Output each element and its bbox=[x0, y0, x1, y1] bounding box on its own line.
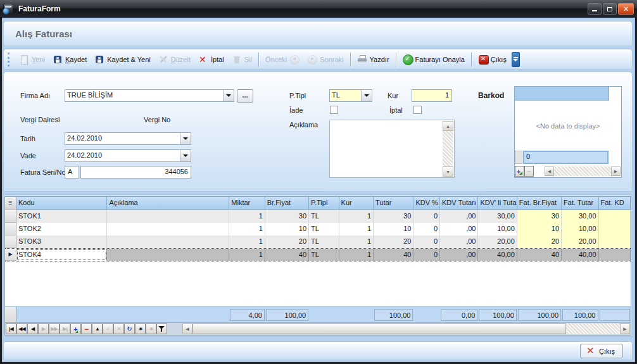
grid-cell[interactable]: 1 bbox=[229, 249, 265, 261]
scrollbar-track[interactable] bbox=[566, 323, 620, 334]
navigator-post-button[interactable]: ✓ bbox=[103, 323, 113, 334]
vertical-scrollbar[interactable]: ▲ ▼ bbox=[443, 121, 453, 177]
grid-cell[interactable]: 20 bbox=[265, 235, 309, 248]
navigator-refresh-button[interactable]: ↻ bbox=[124, 323, 135, 334]
barkod-value-cell[interactable]: 0 bbox=[523, 151, 609, 164]
grid-cell[interactable]: ,00 bbox=[440, 223, 478, 235]
grid-cell[interactable] bbox=[107, 235, 229, 248]
column-header-kdv-tutar-[interactable]: KDV Tutarı bbox=[440, 197, 478, 210]
grid-cell[interactable]: 0 bbox=[413, 249, 440, 261]
iptal-checkbox[interactable] bbox=[413, 106, 422, 114]
navigator-last-button[interactable]: ▶| bbox=[60, 323, 70, 334]
sonraki-button[interactable]: Sonraki bbox=[303, 53, 347, 66]
grid-cell[interactable]: 10 bbox=[374, 223, 413, 235]
grid-cell[interactable] bbox=[107, 249, 229, 261]
minimize-button[interactable] bbox=[588, 3, 602, 15]
kaydet-yeni-button[interactable]: Kaydet & Yeni bbox=[91, 53, 155, 66]
column-header-kodu[interactable]: Kodu bbox=[16, 197, 107, 210]
grid-cell[interactable]: 1 bbox=[339, 235, 374, 248]
grid-cell[interactable]: 40,00 bbox=[562, 249, 598, 261]
navigator-cancel-button[interactable]: ✕ bbox=[113, 323, 124, 334]
chevron-down-icon[interactable] bbox=[223, 90, 234, 101]
grid-cell[interactable]: ,00 bbox=[440, 235, 478, 248]
scroll-down-icon[interactable]: ▼ bbox=[443, 166, 453, 177]
barkod-column-header[interactable] bbox=[515, 87, 609, 101]
firma-adi-combobox[interactable]: TRUE BİLİŞİM bbox=[65, 89, 234, 102]
scroll-right-icon[interactable]: ▶ bbox=[611, 166, 621, 176]
grid-cell[interactable] bbox=[599, 235, 631, 248]
grid-cell[interactable] bbox=[599, 223, 631, 235]
column-header-fat-br-fiyat[interactable]: Fat. Br.Fiyat bbox=[517, 197, 562, 210]
navigator-bookmark-button[interactable]: ∗ bbox=[135, 323, 146, 334]
yazdir-button[interactable]: Yazdır bbox=[353, 53, 393, 66]
navigator-prev-button[interactable]: ◀ bbox=[27, 323, 38, 334]
column-header-tutar[interactable]: Tutar bbox=[374, 197, 413, 210]
column-header-kdv-[interactable]: KDV % bbox=[413, 197, 440, 210]
grid-cell[interactable]: 10,00 bbox=[562, 223, 598, 235]
column-header-a-klama[interactable]: Açıklama bbox=[107, 197, 229, 210]
maximize-button[interactable] bbox=[603, 3, 617, 15]
grid-cell[interactable]: 10 bbox=[517, 223, 562, 235]
grid-cell[interactable] bbox=[599, 249, 631, 261]
chevron-down-icon[interactable] bbox=[180, 150, 191, 161]
column-header-fat-tutar[interactable]: Fat. Tutar bbox=[562, 197, 598, 210]
barkod-insert-button[interactable]: + bbox=[515, 166, 524, 177]
grid-cell[interactable]: 20,00 bbox=[562, 235, 598, 248]
grid-cell[interactable]: 0 bbox=[413, 210, 440, 223]
grid-horizontal-scrollbar[interactable]: ◀▶ bbox=[182, 323, 630, 334]
grid-cell[interactable]: 10 bbox=[265, 223, 309, 235]
grid-cell[interactable]: 10,00 bbox=[478, 223, 517, 235]
table-row[interactable]: ▶STOK4140TL1400,0040,004040,00 bbox=[5, 248, 631, 261]
firma-browse-button[interactable]: ... bbox=[237, 89, 253, 103]
grid-cell[interactable]: 20 bbox=[374, 235, 413, 248]
iptal-button[interactable]: İptal bbox=[194, 53, 228, 66]
vade-datepicker[interactable]: 24.02.2010 bbox=[65, 149, 191, 162]
grid-cell[interactable]: STOK4 bbox=[16, 249, 107, 261]
grid-cell[interactable]: 30,00 bbox=[562, 210, 598, 223]
navigator-next-page-button[interactable]: ▶▶ bbox=[49, 323, 60, 334]
column-header-p-tipi[interactable]: P.Tipi bbox=[309, 197, 339, 210]
grid-cell[interactable]: 0 bbox=[413, 235, 440, 248]
fatura-seri-input[interactable]: A bbox=[65, 166, 79, 179]
grid-cell[interactable]: 40,00 bbox=[478, 249, 517, 261]
grid-cell[interactable]: 1 bbox=[229, 223, 265, 235]
navigator-delete-button[interactable]: − bbox=[81, 323, 92, 334]
onceki-button[interactable]: Önceki bbox=[262, 53, 303, 66]
toolbar-drag-grip[interactable] bbox=[8, 53, 12, 66]
duzelt-button[interactable]: Düzelt bbox=[155, 53, 194, 66]
grid-cell[interactable]: ,00 bbox=[440, 210, 478, 223]
chevron-down-icon[interactable] bbox=[180, 133, 191, 144]
grid-cell[interactable]: 20,00 bbox=[478, 235, 517, 248]
grid-cell[interactable]: 1 bbox=[229, 235, 265, 248]
table-row[interactable]: STOK2110TL1100,0010,001010,00 bbox=[5, 223, 631, 235]
navigator-next-button[interactable]: ▶ bbox=[38, 323, 49, 334]
grid-cell[interactable]: 40 bbox=[265, 249, 309, 261]
scrollbar-thumb[interactable] bbox=[192, 323, 566, 334]
grid-cell[interactable]: ,00 bbox=[440, 249, 478, 261]
scroll-left-icon[interactable]: ◀ bbox=[545, 166, 554, 176]
navigator-goto-bookmark-button[interactable]: ∗ bbox=[146, 323, 156, 334]
column-header-kur[interactable]: Kur bbox=[339, 197, 374, 210]
grid-cell[interactable]: 30 bbox=[374, 210, 413, 223]
grid-cell[interactable]: STOK2 bbox=[16, 223, 107, 235]
grid-cell[interactable]: 40 bbox=[517, 249, 562, 261]
grid-cell[interactable]: 1 bbox=[229, 210, 265, 223]
navigator-prev-page-button[interactable]: ◀◀ bbox=[16, 323, 27, 334]
chevron-down-icon[interactable] bbox=[361, 90, 372, 101]
grid-cell[interactable]: TL bbox=[309, 235, 339, 248]
p-tipi-combobox[interactable]: TL bbox=[329, 89, 372, 102]
kaydet-button[interactable]: Kaydet bbox=[49, 53, 91, 66]
grid-cell[interactable]: STOK3 bbox=[16, 235, 107, 248]
column-header-kdv-li-tutar[interactable]: KDV' li Tutar bbox=[478, 197, 517, 210]
navigator-insert-button[interactable]: + bbox=[70, 323, 81, 334]
navigator-first-button[interactable]: |◀ bbox=[6, 323, 16, 334]
grid-cell[interactable] bbox=[599, 210, 631, 223]
grid-cell[interactable]: STOK1 bbox=[16, 210, 107, 223]
grid-cell[interactable]: 30 bbox=[517, 210, 562, 223]
grid-cell[interactable]: 1 bbox=[339, 249, 374, 261]
grid-cell[interactable]: TL bbox=[309, 249, 339, 261]
barkod-horizontal-scrollbar[interactable]: ◀ ▶ bbox=[545, 166, 621, 176]
column-header-fat-kd[interactable]: Fat. KD bbox=[599, 197, 631, 210]
table-row[interactable]: STOK3120TL1200,0020,002020,00 bbox=[5, 235, 631, 248]
scroll-right-icon[interactable]: ▶ bbox=[620, 323, 630, 334]
